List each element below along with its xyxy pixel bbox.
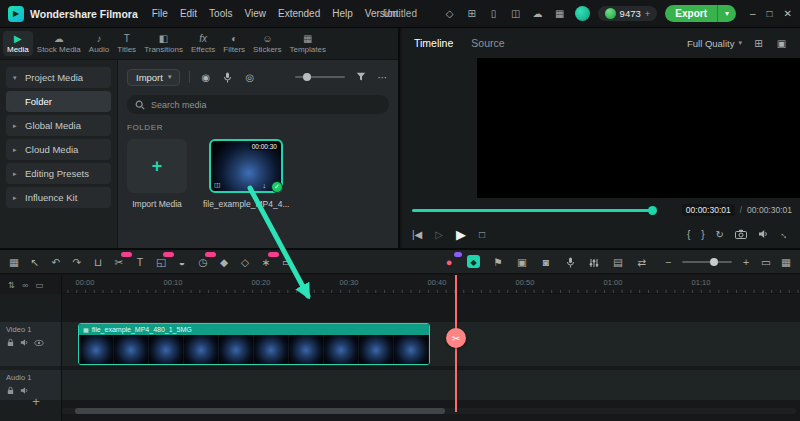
sidebar-item-influence-kit[interactable]: ▸Influence Kit <box>6 187 111 208</box>
tab-stickers[interactable]: ☺Stickers <box>249 31 285 56</box>
more-options-icon[interactable]: ⋯ <box>376 72 389 83</box>
tab-filters[interactable]: ◐Filters <box>219 31 249 56</box>
screencast-icon[interactable]: ◫ <box>509 8 523 19</box>
step-back-button[interactable]: |◀ <box>412 229 422 240</box>
maximize-button[interactable]: □ <box>767 8 773 19</box>
tab-media[interactable]: ▶Media <box>3 31 33 56</box>
menu-view[interactable]: View <box>244 8 266 19</box>
add-keyframe-button[interactable]: ◆ <box>467 255 480 268</box>
redo-icon[interactable]: ↷ <box>71 255 83 269</box>
record-button[interactable]: ● <box>443 255 455 269</box>
split-icon[interactable]: ✂ <box>113 255 125 269</box>
menu-tools[interactable]: Tools <box>209 8 232 19</box>
tab-timeline[interactable]: Timeline <box>414 37 453 49</box>
fit-timeline-icon[interactable]: ▭ <box>760 255 772 269</box>
tab-audio[interactable]: ♪Audio <box>85 31 113 56</box>
sidebar-item-editing-presets[interactable]: ▸Editing Presets <box>6 163 111 184</box>
timeline-ruler[interactable]: 00:00 00:10 00:20 00:30 00:40 00:50 01:0… <box>0 275 800 294</box>
cloud-icon[interactable]: ☁ <box>531 8 545 19</box>
plugins-icon[interactable]: ⊞ <box>465 8 479 19</box>
snapshot-icon[interactable]: ▣ <box>516 255 528 269</box>
search-input[interactable] <box>151 100 381 110</box>
preview-frame-icon[interactable]: ▣ <box>775 38 788 49</box>
menu-edit[interactable]: Edit <box>180 8 197 19</box>
tab-templates[interactable]: ▦Templates <box>286 31 330 56</box>
microphone-icon[interactable] <box>221 72 234 83</box>
text-tool-icon[interactable]: T <box>134 255 146 269</box>
media-clip-tile[interactable]: 00:00:30 ◫ ↓ ✓ <box>209 139 283 193</box>
play-button[interactable]: ▶ <box>456 227 466 242</box>
import-button[interactable]: Import ▾ <box>127 69 180 86</box>
minimize-button[interactable]: – <box>750 8 756 19</box>
webcam-icon[interactable]: ◎ <box>243 72 256 83</box>
tab-effects[interactable]: fxEffects <box>187 31 219 56</box>
undo-icon[interactable]: ↶ <box>50 255 62 269</box>
menu-file[interactable]: File <box>152 8 168 19</box>
lock-icon[interactable] <box>6 386 15 395</box>
ai-tools-icon[interactable]: ∗ <box>260 255 272 269</box>
avatar[interactable] <box>575 6 590 21</box>
thumbnail-zoom-slider[interactable] <box>295 76 345 78</box>
marker-icon[interactable]: ⚑ <box>492 255 504 269</box>
mark-in-button[interactable]: { <box>687 229 690 240</box>
sidebar-item-folder[interactable]: Folder <box>6 91 111 112</box>
zoom-out-icon[interactable]: − <box>662 255 674 269</box>
credits-badge[interactable]: 9473 + <box>598 6 658 21</box>
timeline-clip[interactable]: ▦ file_example_MP4_480_1_5MG <box>78 323 430 365</box>
sidebar-item-project-media[interactable]: ▾Project Media <box>6 67 111 88</box>
render-icon[interactable]: ▭ <box>281 255 293 269</box>
snapshot-camera-icon[interactable] <box>735 229 747 239</box>
hide-eye-icon[interactable] <box>34 339 44 347</box>
mobile-icon[interactable]: ▯ <box>487 8 501 19</box>
import-media-tile[interactable]: + <box>127 139 187 193</box>
stop-button[interactable]: □ <box>479 229 485 240</box>
keyframe-icon[interactable]: ◆ <box>218 255 230 269</box>
screen-record-icon[interactable]: ◉ <box>199 72 212 83</box>
speed-icon[interactable]: ◷ <box>197 255 209 269</box>
export-button[interactable]: Export ▾ <box>665 5 736 22</box>
tab-titles[interactable]: TTitles <box>113 31 140 56</box>
seek-bar[interactable] <box>412 209 652 212</box>
download-icon[interactable]: ↓ <box>263 182 267 189</box>
volume-icon[interactable] <box>758 229 769 239</box>
sidebar-item-global-media[interactable]: ▸Global Media <box>6 115 111 136</box>
chroma-key-icon[interactable]: ◙ <box>540 255 552 269</box>
layouts-icon[interactable]: ▦ <box>553 8 567 19</box>
export-caret-icon[interactable]: ▾ <box>717 5 736 22</box>
track-manager-icon[interactable]: ▦ <box>780 255 792 269</box>
mask-icon[interactable]: ◒ <box>176 255 188 269</box>
collapse-tracks-icon[interactable]: ⇅ <box>8 280 15 290</box>
menu-extended[interactable]: Extended <box>278 8 320 19</box>
search-bar[interactable] <box>127 95 389 114</box>
rotate-icon[interactable]: ↻ <box>716 229 724 240</box>
mute-speaker-icon[interactable] <box>20 338 29 347</box>
audio-mixer-icon[interactable] <box>588 256 600 268</box>
seek-handle[interactable] <box>648 206 657 215</box>
filter-funnel-icon[interactable] <box>354 72 367 82</box>
auto-ripple-icon[interactable]: ⇄ <box>636 255 648 269</box>
menu-help[interactable]: Help <box>332 8 353 19</box>
tab-source[interactable]: Source <box>471 37 504 49</box>
store-icon[interactable]: ◇ <box>443 8 457 19</box>
tab-transitions[interactable]: ◧Transitions <box>140 31 187 56</box>
add-track-button[interactable]: + <box>28 394 44 409</box>
zoom-in-icon[interactable]: + <box>740 255 752 269</box>
delete-icon[interactable]: ⊔ <box>92 255 104 269</box>
add-credits-icon[interactable]: + <box>645 8 651 19</box>
mark-out-button[interactable]: } <box>701 229 704 240</box>
select-tool-icon[interactable]: ↖ <box>29 255 41 269</box>
playhead-scissors-icon[interactable]: ✂ <box>446 328 466 348</box>
film-roll-icon[interactable]: ▤ <box>612 255 624 269</box>
sidebar-item-cloud-media[interactable]: ▸Cloud Media <box>6 139 111 160</box>
slider-handle[interactable] <box>303 73 311 81</box>
voiceover-mic-icon[interactable] <box>564 255 576 268</box>
step-forward-button[interactable]: ▷ <box>435 229 443 240</box>
timeline-zoom-slider[interactable] <box>682 261 732 263</box>
tab-stock-media[interactable]: ☁Stock Media <box>33 31 85 56</box>
toolbar-menu-icon[interactable]: ▦ <box>8 255 20 269</box>
lock-icon[interactable] <box>6 338 15 347</box>
transform-icon[interactable]: ◇ <box>239 255 251 269</box>
fullscreen-icon[interactable]: ↔ <box>778 227 793 242</box>
close-button[interactable]: ✕ <box>784 8 792 19</box>
slider-handle[interactable] <box>710 258 718 266</box>
